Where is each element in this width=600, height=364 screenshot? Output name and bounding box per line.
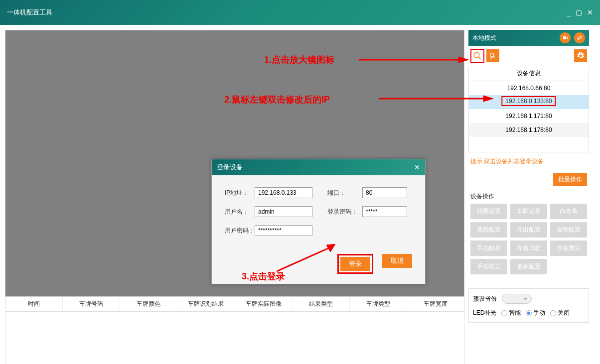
maximize-icon[interactable]: ▢ [576,8,582,16]
col-image: 车牌实际图像 [235,297,293,311]
op-video-config[interactable]: 视频配置 [470,222,507,238]
device-row[interactable]: 192.168.1.178:80 [469,123,589,137]
minimize-icon[interactable]: _ [567,8,571,16]
device-info-header: 设备信息 [468,66,589,81]
app-title: 一体机配置工具 [7,8,52,17]
preset-province-select[interactable] [502,294,532,304]
op-encrypt-config[interactable]: 加密配置 [550,222,587,238]
results-table-body [5,312,464,364]
mode-bar: 本地模式 [468,30,589,46]
dialog-titlebar: 登录设备 ✕ [212,159,425,175]
ip-input[interactable] [255,187,312,198]
svg-line-3 [493,56,495,58]
login-password-label: 登录密码： [327,208,362,216]
led-radio-smart[interactable]: 智能 [501,309,521,317]
svg-text:IP: IP [490,56,493,59]
col-platetype: 车牌类型 [350,297,407,311]
op-manual-trigger[interactable]: 手动触发 [470,241,507,256]
video-preview-area: 登录设备 ✕ IP地址： 端口： 用户名： 登录密码： [5,30,464,297]
dialog-title: 登录设备 [217,163,243,172]
login-password-input[interactable] [362,206,407,217]
device-row[interactable]: 192.168.0.66:80 [469,81,589,95]
led-radio-off[interactable]: 关闭 [550,309,570,317]
dialog-close-icon[interactable]: ✕ [414,163,420,171]
device-row-selected-label: 192.168.0.133:80 [501,96,556,106]
results-table-header: 时间 车牌号码 车牌颜色 车牌识别结果 车牌实际图像 结果类型 车牌类型 车牌宽… [5,297,464,312]
user-password-input[interactable] [255,225,312,236]
login-button-highlight: 登录 [337,254,373,274]
col-width: 车牌宽度 [407,297,464,311]
col-color: 车牌颜色 [120,297,177,311]
port-label: 端口： [327,189,362,197]
titlebar: 一体机配置工具 _ ▢ ✕ [0,0,600,25]
device-ops-grid: 线圈设置 车牌记录 白名单 视频配置 导出配置 加密配置 手动触发 导出日志 设… [468,204,589,274]
led-radio-manual[interactable]: 手动 [526,309,545,317]
hint-text: 提示:双击设备列表登录设备 [468,152,589,171]
op-more-config[interactable]: 更多配置 [510,259,547,274]
login-dialog: 登录设备 ✕ IP地址： 端口： 用户名： 登录密码： [211,159,426,284]
port-input[interactable] [362,187,407,198]
login-button[interactable]: 登录 [340,257,370,271]
op-coil-settings[interactable]: 线圈设置 [470,204,507,219]
col-time: 时间 [5,297,63,311]
op-plate-records[interactable]: 车牌记录 [510,204,547,219]
op-export-config[interactable]: 导出配置 [510,222,547,238]
user-password-label: 用户密码： [225,227,255,235]
op-whitelist[interactable]: 白名单 [550,204,587,219]
username-input[interactable] [255,206,312,217]
device-row[interactable]: 192.168.1.171:80 [469,109,589,123]
swap-icon[interactable] [574,32,585,43]
device-list: 192.168.0.66:80 192.168.0.133:80 192.168… [468,81,589,152]
preset-province-label: 预设省份 [473,295,497,303]
col-restype: 结果类型 [293,297,350,311]
device-ops-title: 设备操作 [468,188,589,204]
col-plate: 车牌号码 [63,297,120,311]
username-label: 用户名： [225,208,255,216]
settings-icon[interactable] [574,49,587,62]
col-recog: 车牌识别结果 [177,297,235,311]
op-manual-calibrate[interactable]: 手动校正 [470,259,507,274]
close-icon[interactable]: ✕ [587,8,593,16]
search-icon[interactable] [470,49,484,63]
led-label: LED补光 [473,309,496,317]
cancel-button[interactable]: 取消 [382,254,412,268]
ip-label: IP地址： [225,189,255,197]
bottom-settings-panel: 预设省份 LED补光 智能 手动 关闭 [468,288,589,323]
window-controls: _ ▢ ✕ [564,8,593,16]
op-device-restart[interactable]: 设备重启 [550,241,587,256]
camera-icon[interactable] [560,32,571,43]
op-export-log[interactable]: 导出日志 [510,241,547,256]
mode-label: 本地模式 [472,34,496,42]
search-ip-icon[interactable]: IP [486,49,499,62]
device-row[interactable]: 192.168.0.133:80 [469,95,589,109]
svg-line-1 [478,57,481,59]
batch-operation-button[interactable]: 批量操作 [553,173,587,186]
svg-point-0 [474,52,479,58]
